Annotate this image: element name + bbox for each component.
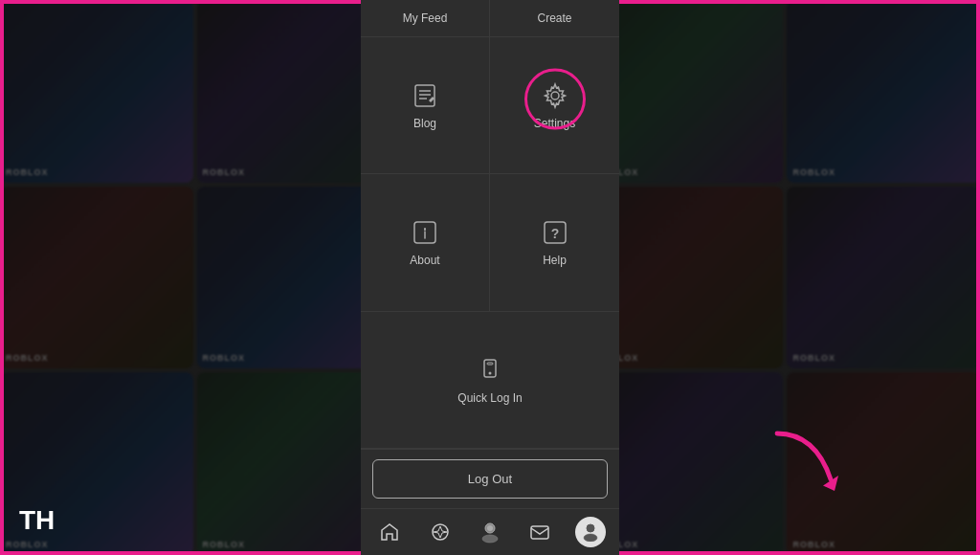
menu-item-help[interactable]: ? Help <box>490 174 619 311</box>
menu-item-blog[interactable]: Blog <box>361 37 490 174</box>
blog-label: Blog <box>413 117 436 130</box>
nav-create[interactable]: Create <box>490 0 619 36</box>
svg-point-21 <box>584 534 597 542</box>
nav-my-feed[interactable]: My Feed <box>361 0 490 36</box>
bottom-nav-inbox[interactable] <box>524 517 555 547</box>
bottom-nav-home[interactable] <box>374 517 405 547</box>
quick-login-label: Quick Log In <box>457 391 522 405</box>
logout-button[interactable]: Log Out <box>372 459 608 499</box>
bottom-nav <box>361 508 619 555</box>
svg-point-13 <box>489 371 492 374</box>
bg-tile: ROBLOX <box>590 187 784 369</box>
svg-point-17 <box>482 535 498 543</box>
help-icon: ? <box>540 217 570 248</box>
svg-point-4 <box>551 92 559 100</box>
menu-item-about[interactable]: About <box>361 174 490 311</box>
menu-grid: Blog Settings About <box>361 37 619 450</box>
bg-tile: ROBLOX <box>590 0 784 183</box>
menu-item-quick-login[interactable]: Quick Log In <box>361 312 619 449</box>
settings-icon <box>540 80 570 111</box>
bottom-nav-discover[interactable] <box>425 517 456 547</box>
svg-rect-19 <box>531 526 548 539</box>
svg-point-18 <box>487 525 493 531</box>
help-label: Help <box>543 254 567 267</box>
bottom-nav-profile[interactable] <box>575 517 606 547</box>
bg-tile: ROBLOX <box>0 0 193 183</box>
bg-tile: ROBLOX <box>0 187 193 369</box>
menu-item-settings[interactable]: Settings <box>490 37 619 174</box>
svg-point-8 <box>424 228 426 230</box>
bg-tile: ROBLOX <box>787 372 980 555</box>
bg-tile: ROBLOX <box>787 0 980 183</box>
blog-icon <box>410 80 440 111</box>
watermark: TH <box>19 505 55 536</box>
menu-panel: My Feed Create Blog <box>361 0 619 555</box>
svg-rect-12 <box>487 363 493 365</box>
settings-label: Settings <box>534 117 575 130</box>
bottom-nav-avatar[interactable] <box>475 517 505 547</box>
quick-login-icon <box>475 355 505 386</box>
svg-marker-15 <box>434 526 447 538</box>
bg-tile: ROBLOX <box>787 187 980 369</box>
bg-tile: ROBLOX <box>590 372 784 555</box>
top-nav: My Feed Create <box>361 0 619 37</box>
svg-text:?: ? <box>550 226 559 241</box>
svg-rect-0 <box>415 85 434 106</box>
svg-point-20 <box>587 524 594 532</box>
about-icon <box>410 217 440 248</box>
about-label: About <box>410 254 439 267</box>
